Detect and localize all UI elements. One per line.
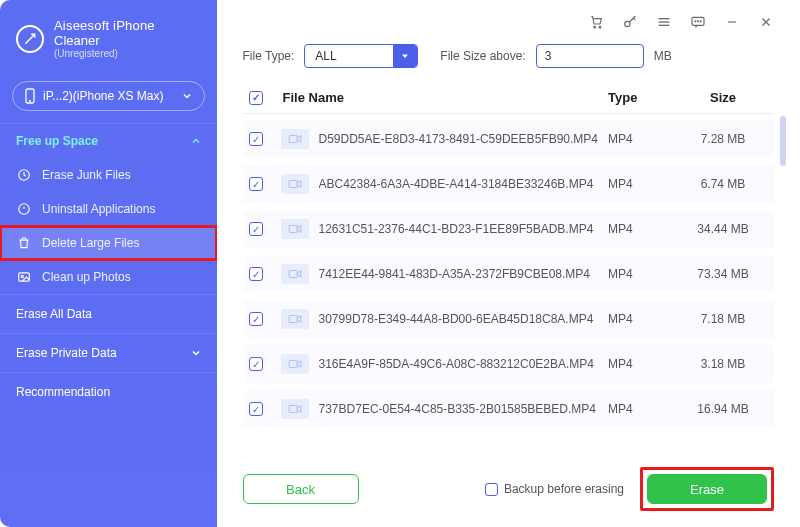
file-size: 7.28 MB xyxy=(678,132,768,146)
row-checkbox[interactable]: ✓ xyxy=(249,402,263,416)
table-header: ✓ File Name Type Size xyxy=(243,82,774,114)
section-free-up-space[interactable]: Free up Space xyxy=(0,123,217,158)
feedback-icon[interactable] xyxy=(690,14,706,30)
video-thumb-icon xyxy=(281,354,309,374)
table-row[interactable]: ✓30799D78-E349-44A8-BD00-6EAB45D18C8A.MP… xyxy=(243,300,774,338)
back-button[interactable]: Back xyxy=(243,474,359,504)
table-row[interactable]: ✓7412EE44-9841-483D-A35A-2372FB9CBE08.MP… xyxy=(243,255,774,293)
sidebar-item-label: Delete Large Files xyxy=(42,236,139,250)
backup-before-erasing[interactable]: Backup before erasing xyxy=(485,482,624,496)
row-checkbox[interactable]: ✓ xyxy=(249,267,263,281)
svg-point-6 xyxy=(594,26,596,28)
brand: Aiseesoft iPhone Cleaner (Unregistered) xyxy=(0,12,217,75)
file-type: MP4 xyxy=(608,222,678,236)
sidebar-item-cleanup-photos[interactable]: Clean up Photos xyxy=(0,260,217,294)
uninstall-icon xyxy=(16,201,32,217)
header-filename[interactable]: File Name xyxy=(277,90,608,105)
sidebar: Aiseesoft iPhone Cleaner (Unregistered) … xyxy=(0,0,217,527)
svg-rect-21 xyxy=(289,226,297,233)
menu-icon[interactable] xyxy=(656,14,672,30)
erase-highlight: Erase xyxy=(640,467,774,511)
header-type[interactable]: Type xyxy=(608,90,678,105)
video-thumb-icon xyxy=(281,129,309,149)
cart-icon[interactable] xyxy=(588,14,604,30)
chevron-up-icon xyxy=(191,136,201,146)
chevron-down-icon xyxy=(191,348,201,358)
row-checkbox[interactable]: ✓ xyxy=(249,312,263,326)
section-label: Erase Private Data xyxy=(16,346,117,360)
table-row[interactable]: ✓737BD7EC-0E54-4C85-B335-2B01585BEBED.MP… xyxy=(243,390,774,428)
svg-rect-20 xyxy=(289,181,297,188)
section-recommendation[interactable]: Recommendation xyxy=(0,372,217,411)
filter-bar: File Type: ALL File Size above: MB xyxy=(217,38,800,82)
device-label: iP...2)(iPhone XS Max) xyxy=(43,89,164,103)
row-checkbox[interactable]: ✓ xyxy=(249,357,263,371)
file-size: 6.74 MB xyxy=(678,177,768,191)
file-name: 30799D78-E349-44A8-BD00-6EAB45D18C8A.MP4 xyxy=(319,312,608,326)
file-size: 7.18 MB xyxy=(678,312,768,326)
video-thumb-icon xyxy=(281,264,309,284)
section-label: Recommendation xyxy=(16,385,110,399)
main-panel: File Type: ALL File Size above: MB ✓ Fil… xyxy=(217,0,800,527)
sidebar-item-label: Clean up Photos xyxy=(42,270,131,284)
video-thumb-icon xyxy=(281,174,309,194)
video-thumb-icon xyxy=(281,219,309,239)
row-checkbox[interactable]: ✓ xyxy=(249,132,263,146)
minimize-icon[interactable] xyxy=(724,14,740,30)
topbar xyxy=(217,0,800,38)
file-type-value: ALL xyxy=(305,49,393,63)
file-type-label: File Type: xyxy=(243,49,295,63)
backup-checkbox[interactable] xyxy=(485,483,498,496)
file-type: MP4 xyxy=(608,402,678,416)
chevron-down-icon xyxy=(182,91,192,101)
row-checkbox[interactable]: ✓ xyxy=(249,177,263,191)
key-icon[interactable] xyxy=(622,14,638,30)
sidebar-item-uninstall[interactable]: Uninstall Applications xyxy=(0,192,217,226)
file-table: ✓ File Name Type Size ✓D59DD5AE-E8D3-417… xyxy=(217,82,800,453)
file-size-label: File Size above: xyxy=(440,49,525,63)
erase-button[interactable]: Erase xyxy=(647,474,767,504)
sidebar-item-label: Erase Junk Files xyxy=(42,168,131,182)
svg-rect-19 xyxy=(289,136,297,143)
app-title-1: Aiseesoft iPhone xyxy=(54,18,155,33)
sidebar-item-label: Uninstall Applications xyxy=(42,202,155,216)
device-selector[interactable]: iP...2)(iPhone XS Max) xyxy=(12,81,205,111)
close-icon[interactable] xyxy=(758,14,774,30)
table-row[interactable]: ✓12631C51-2376-44C1-BD23-F1EE89F5BADB.MP… xyxy=(243,210,774,248)
section-erase-all[interactable]: Erase All Data xyxy=(0,294,217,333)
header-size[interactable]: Size xyxy=(678,90,768,105)
footer: Back Backup before erasing Erase xyxy=(217,453,800,527)
scrollbar[interactable] xyxy=(780,116,786,166)
video-thumb-icon xyxy=(281,399,309,419)
table-row[interactable]: ✓ABC42384-6A3A-4DBE-A414-3184BE33246B.MP… xyxy=(243,165,774,203)
file-name: D59DD5AE-E8D3-4173-8491-C59DEEB5FB90.MP4 xyxy=(319,132,608,146)
file-name: 7412EE44-9841-483D-A35A-2372FB9CBE08.MP4 xyxy=(319,267,608,281)
file-type: MP4 xyxy=(608,132,678,146)
table-row[interactable]: ✓316E4A9F-85DA-49C6-A08C-883212C0E2BA.MP… xyxy=(243,345,774,383)
svg-point-5 xyxy=(21,275,23,277)
clock-icon xyxy=(16,167,32,183)
file-type: MP4 xyxy=(608,312,678,326)
trash-icon xyxy=(16,235,32,251)
file-size: 73.34 MB xyxy=(678,267,768,281)
file-size-input[interactable] xyxy=(536,44,644,68)
file-size: 16.94 MB xyxy=(678,402,768,416)
svg-point-8 xyxy=(625,21,630,26)
backup-label: Backup before erasing xyxy=(504,482,624,496)
row-checkbox[interactable]: ✓ xyxy=(249,222,263,236)
sidebar-item-erase-junk[interactable]: Erase Junk Files xyxy=(0,158,217,192)
app-logo-icon xyxy=(16,25,44,53)
app-title-2: Cleaner xyxy=(54,33,155,48)
table-row[interactable]: ✓D59DD5AE-E8D3-4173-8491-C59DEEB5FB90.MP… xyxy=(243,120,774,158)
section-erase-private[interactable]: Erase Private Data xyxy=(0,333,217,372)
select-all-checkbox[interactable]: ✓ xyxy=(249,91,263,105)
table-body: ✓D59DD5AE-E8D3-4173-8491-C59DEEB5FB90.MP… xyxy=(243,114,774,453)
sidebar-item-delete-large[interactable]: Delete Large Files xyxy=(0,226,217,260)
section-label: Free up Space xyxy=(16,134,98,148)
video-thumb-icon xyxy=(281,309,309,329)
svg-point-13 xyxy=(695,21,696,22)
app-status: (Unregistered) xyxy=(54,48,155,59)
file-type: MP4 xyxy=(608,177,678,191)
svg-point-15 xyxy=(700,21,701,22)
file-type-select[interactable]: ALL xyxy=(304,44,418,68)
